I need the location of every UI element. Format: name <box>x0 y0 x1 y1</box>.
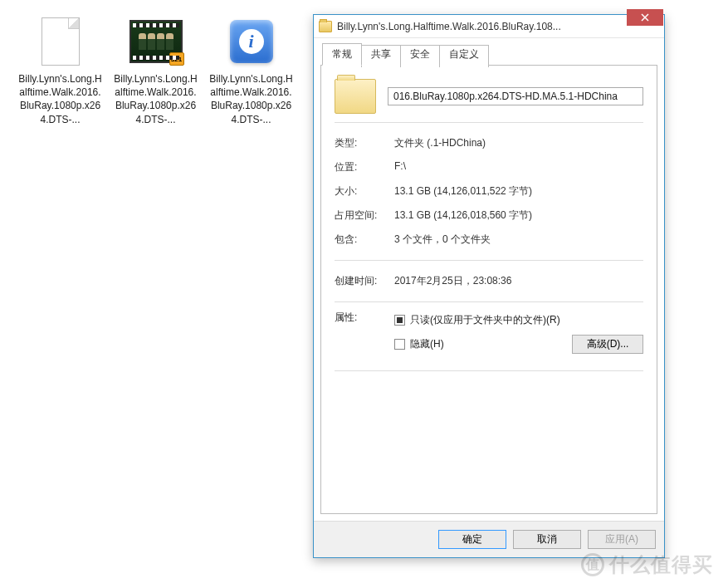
cancel-button[interactable]: 取消 <box>513 530 581 549</box>
folder-name-input[interactable]: 016.BluRay.1080p.x264.DTS-HD.MA.5.1-HDCh… <box>388 87 643 105</box>
checkbox-readonly[interactable] <box>394 315 405 326</box>
value-location: F:\ <box>394 160 643 174</box>
folder-large-icon <box>335 79 376 114</box>
close-icon <box>641 13 649 22</box>
value-created: 2017年2月25日，23:08:36 <box>394 274 643 288</box>
tab-sharing[interactable]: 共享 <box>361 45 401 67</box>
label-contains: 包含: <box>335 233 394 247</box>
label-hidden: 隐藏(H) <box>410 337 444 351</box>
file-item-doc[interactable]: Billy.Lynn's.Long.Halftime.Walk.2016.Blu… <box>17 12 104 126</box>
file-item-info[interactable]: i Billy.Lynn's.Long.Halftime.Walk.2016.B… <box>208 12 295 126</box>
panel-general: 016.BluRay.1080p.x264.DTS-HD.MA.5.1-HDCh… <box>320 66 657 514</box>
advanced-button[interactable]: 高级(D)... <box>572 335 643 354</box>
value-type: 文件夹 (.1-HDChina) <box>394 136 643 150</box>
value-contains: 3 个文件，0 个文件夹 <box>394 233 643 247</box>
file-label: Billy.Lynn's.Long.Halftime.Walk.2016.Blu… <box>208 72 295 126</box>
label-created: 创建时间: <box>335 274 394 288</box>
apply-button[interactable]: 应用(A) <box>588 530 656 549</box>
file-label: Billy.Lynn's.Long.Halftime.Walk.2016.Blu… <box>112 72 199 126</box>
tab-customize[interactable]: 自定义 <box>439 45 489 67</box>
desktop-area: Billy.Lynn's.Long.Halftime.Walk.2016.Blu… <box>17 12 295 126</box>
titlebar[interactable]: Billy.Lynn's.Long.Halftime.Walk.2016.Blu… <box>314 15 664 38</box>
close-button[interactable] <box>627 9 663 26</box>
info-icon: i <box>218 12 285 71</box>
tabs: 常规 共享 安全 自定义 <box>314 38 664 66</box>
tab-general[interactable]: 常规 <box>322 43 362 66</box>
watermark-text: 什么值得买 <box>609 551 713 578</box>
label-ondisk: 占用空间: <box>335 208 394 223</box>
label-type: 类型: <box>335 136 394 150</box>
divider <box>335 122 643 123</box>
properties-dialog: Billy.Lynn's.Long.Halftime.Walk.2016.Blu… <box>313 14 665 558</box>
divider <box>335 260 643 261</box>
video-icon: 321 <box>123 12 189 71</box>
value-size: 13.1 GB (14,126,011,522 字节) <box>394 184 643 198</box>
folder-icon <box>319 21 332 32</box>
video-badge: 321 <box>169 52 184 66</box>
divider <box>335 301 643 302</box>
label-readonly: 只读(仅应用于文件夹中的文件)(R) <box>410 313 560 327</box>
watermark: 值 值 什么值得买 什么值得买 <box>581 551 713 578</box>
window-title: Billy.Lynn's.Long.Halftime.Walk.2016.Blu… <box>337 21 627 32</box>
document-icon <box>27 12 94 71</box>
label-size: 大小: <box>335 184 394 198</box>
label-attributes: 属性: <box>335 311 394 354</box>
file-label: Billy.Lynn's.Long.Halftime.Walk.2016.Blu… <box>17 72 104 126</box>
checkbox-hidden[interactable] <box>394 339 405 350</box>
value-ondisk: 13.1 GB (14,126,018,560 字节) <box>394 208 643 223</box>
watermark-icon: 值 <box>581 553 604 576</box>
divider <box>335 370 643 371</box>
ok-button[interactable]: 确定 <box>438 530 506 549</box>
file-item-video[interactable]: 321 Billy.Lynn's.Long.Halftime.Walk.2016… <box>112 12 199 126</box>
tab-security[interactable]: 安全 <box>400 45 440 67</box>
label-location: 位置: <box>335 160 394 174</box>
